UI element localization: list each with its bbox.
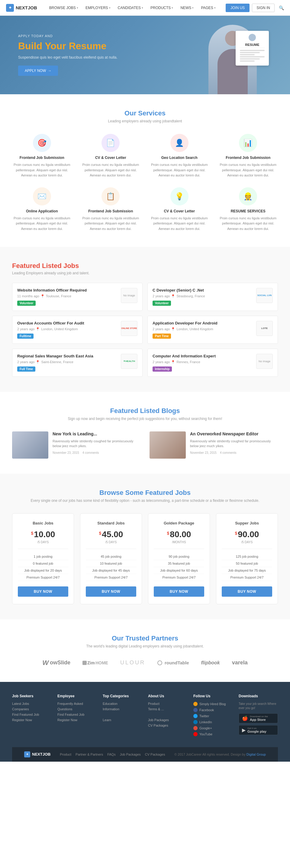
pages-chevron: ▾: [214, 6, 216, 9]
linkedin-icon: [193, 720, 198, 724]
job-card: Application Developer For Android 2 year…: [148, 316, 278, 344]
job-title[interactable]: C Developer (Senior) C .Net: [153, 288, 253, 292]
search-icon[interactable]: 🔍: [279, 5, 284, 10]
partner-roundtable[interactable]: roundTable: [157, 660, 189, 665]
price-amount: 45.00: [102, 530, 123, 539]
footer-link[interactable]: Find Featured Job: [12, 713, 51, 716]
footer-bottom-link[interactable]: Product: [60, 752, 71, 756]
apply-now-button[interactable]: APPLY NOW →: [18, 66, 58, 76]
partner-wowslide[interactable]: W owSlide: [42, 659, 70, 667]
job-meta: 2 years ago 📍 Saint-Etienne, France: [17, 360, 117, 364]
footer-link[interactable]: Terms & ...: [148, 707, 187, 711]
nav-products[interactable]: PRODUCTS ▾: [148, 4, 176, 12]
pricing-subtitle: Every single one of our jobs has some ki…: [12, 498, 278, 503]
footer-job-seekers: Job Seekers Latest Jobs Companies Find F…: [12, 694, 51, 738]
partner-ulour[interactable]: ULOUR: [120, 659, 145, 666]
footer-link[interactable]: Register Now: [57, 718, 97, 722]
nav-news[interactable]: NEWS ▾: [177, 4, 197, 12]
job-company-logo: ONLINE STORE: [121, 321, 137, 336]
job-location: London, United Kingdom: [41, 327, 77, 331]
social-link-linkedin[interactable]: LinkedIn: [193, 720, 233, 724]
footer-bottom-link[interactable]: CV Packages: [145, 752, 165, 756]
footer-bottom: ✦ NEXTJOB Product Partner & Partners FAQ…: [12, 747, 278, 762]
footer-link[interactable]: [148, 713, 187, 716]
apple-icon: 🍎: [242, 715, 248, 721]
design-by-link[interactable]: Digital Group: [247, 752, 266, 756]
nav-pages[interactable]: PAGES ▾: [198, 4, 218, 12]
partner-varela[interactable]: varela: [232, 659, 248, 666]
footer-link[interactable]: Education: [103, 702, 142, 706]
footer-link[interactable]: Learn: [103, 718, 142, 722]
price-period: /5 DAYS: [86, 540, 136, 544]
resume-line: [240, 54, 255, 55]
buy-supper-button[interactable]: BUY NOW: [222, 586, 272, 597]
featured-jobs-section: Featured Listed Jobs Leading Employers a…: [0, 247, 290, 392]
footer-link[interactable]: Latest Jobs: [12, 702, 51, 706]
job-title[interactable]: Computer And Information Expert: [153, 354, 253, 358]
footer-link[interactable]: Find Featured Job: [57, 713, 97, 716]
social-link-youtube[interactable]: YouTube: [193, 732, 233, 736]
job-meta: 2 years ago 📍 London, United Kingdom: [17, 327, 117, 331]
footer-link[interactable]: Product: [148, 702, 187, 706]
blog-title[interactable]: New York is Leading...: [53, 431, 140, 436]
app-store-badge[interactable]: 🍎 Download on the App Store: [239, 713, 278, 723]
social-link-simplyhired[interactable]: Simply Hired Blog: [193, 702, 233, 706]
footer-link[interactable]: CV Packages: [148, 723, 187, 727]
footer-bottom-link[interactable]: FAQs: [107, 752, 116, 756]
job-company-logo: ✦HEALTH: [121, 354, 137, 369]
blog-comments[interactable]: 4 comments: [83, 451, 99, 455]
nav-candidates[interactable]: CANDIDATES ▾: [115, 4, 146, 12]
footer-link[interactable]: Frequently Asked: [57, 702, 97, 706]
service-desc: Proin cursus nunc eu ligula vestibulum p…: [218, 162, 278, 178]
partner-zimhome[interactable]: ZimHOME: [83, 660, 108, 665]
footer-link[interactable]: Job Packages: [148, 718, 187, 722]
footer-bottom-link[interactable]: Job Packages: [120, 752, 141, 756]
service-item: 📋 Frontend Job Submission Proin cursus n…: [81, 187, 141, 232]
social-link-googleplus[interactable]: Google+: [193, 726, 233, 730]
blog-title[interactable]: An Overworked Newspaper Editor: [190, 431, 278, 436]
pricing-feature: 90 job posting: [154, 553, 204, 560]
social-link-twitter[interactable]: Twitter: [193, 714, 233, 718]
location-pin-icon: 📍: [36, 327, 40, 331]
social-link-facebook[interactable]: Facebook: [193, 708, 233, 712]
blog-meta: November 23, 2015 4 comments: [53, 451, 140, 455]
resume-line: [240, 50, 265, 51]
footer-link[interactable]: Companies: [12, 707, 51, 711]
job-badge: Fulltime: [17, 334, 34, 339]
job-title[interactable]: Overdue Accounts Officer For Audit: [17, 321, 117, 326]
arrow-right-icon: →: [48, 69, 51, 73]
employers-chevron: ▾: [109, 6, 110, 9]
navbar: ✦ NEXTJOB BROWSE JOBS ▾ EMPLOYERS ▾ CAND…: [0, 0, 290, 16]
hero-title: Build Your Resume: [18, 40, 118, 52]
google-play-badge[interactable]: ▶ Get it on Google play: [239, 725, 278, 735]
sign-in-button[interactable]: SIGN IN: [252, 4, 275, 12]
buy-standard-button[interactable]: BUY NOW: [86, 586, 136, 597]
pricing-feature: Job displayed for 75 days: [222, 567, 272, 574]
footer-link[interactable]: [103, 713, 142, 716]
job-title[interactable]: Regional Sales Manager South East Asia: [17, 354, 117, 358]
resume-card: RESUME: [236, 31, 269, 66]
site-logo[interactable]: ✦ NEXTJOB: [6, 4, 37, 12]
join-us-button[interactable]: JOIN US: [226, 4, 250, 12]
buy-basic-button[interactable]: BUY NOW: [18, 586, 68, 597]
job-location: Toulouse, France: [46, 294, 71, 298]
service-name: Geo Location Search: [150, 156, 210, 160]
footer-follow-us: Follow Us Simply Hired Blog Facebook Twi…: [193, 694, 233, 738]
nav-links: BROWSE JOBS ▾ EMPLOYERS ▾ CANDIDATES ▾ P…: [46, 4, 226, 12]
job-age: 11 months ago: [17, 294, 39, 298]
footer-bottom-link[interactable]: Partner & Partners: [75, 752, 103, 756]
footer-link[interactable]: Information: [103, 707, 142, 711]
footer-link[interactable]: Register Now: [12, 718, 51, 722]
partner-flipbook[interactable]: flipbook: [201, 660, 220, 665]
buy-golden-button[interactable]: BUY NOW: [154, 586, 204, 597]
nav-browse-jobs[interactable]: BROWSE JOBS ▾: [46, 4, 81, 12]
job-meta: 2 years ago 📍 Strasbourg, France: [153, 294, 253, 298]
job-title[interactable]: Application Developer For Android: [153, 321, 253, 326]
nav-employers[interactable]: EMPLOYERS ▾: [83, 4, 114, 12]
location-pin-icon: 📍: [171, 360, 175, 364]
price-currency: $: [235, 531, 237, 536]
footer-about-us: About Us Product Terms & ... Job Package…: [148, 694, 187, 738]
job-title[interactable]: Website Information Officer Required: [17, 288, 117, 292]
blog-comments[interactable]: 4 comments: [220, 451, 236, 455]
footer-link[interactable]: Questions: [57, 707, 97, 711]
